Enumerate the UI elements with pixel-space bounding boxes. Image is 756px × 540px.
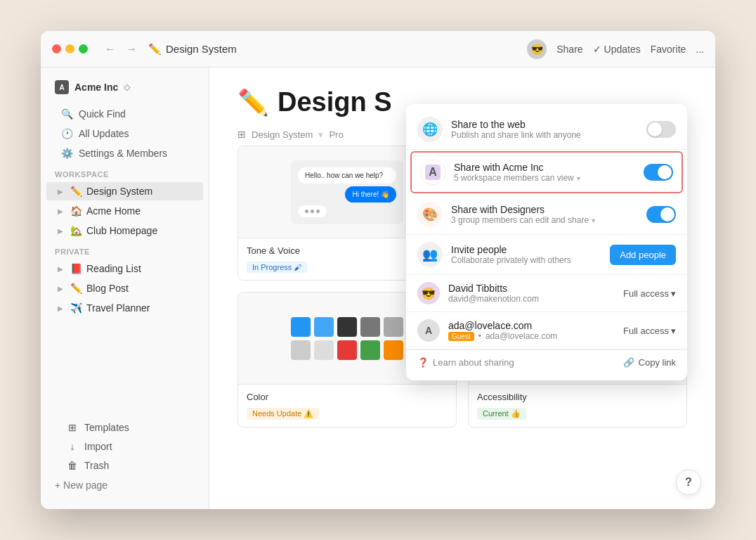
card-name-a11y: Accessibility bbox=[477, 392, 678, 402]
user-name-david: David Tibbitts bbox=[448, 283, 615, 294]
sidebar-item-club-homepage[interactable]: ▶ 🏡 Club Homepage bbox=[46, 221, 203, 240]
app-window: ← → ✏️ Design System 😎 Share ✓ Updates F… bbox=[41, 31, 715, 509]
more-options-button[interactable]: ... bbox=[696, 44, 704, 55]
toggle-web-knob bbox=[648, 122, 662, 136]
color-swatches bbox=[280, 307, 414, 371]
user-info-ada: ada@lovelace.com Guest • ada@lovelace.co… bbox=[448, 320, 615, 341]
toggle-designers[interactable] bbox=[646, 206, 676, 223]
page-emoji: ✏️ bbox=[237, 88, 269, 117]
dot2 bbox=[311, 210, 314, 213]
globe-icon: 🌐 bbox=[422, 122, 438, 137]
user-info-david: David Tibbitts david@makenotion.com bbox=[448, 283, 615, 304]
tree-arrow-icon: ▶ bbox=[58, 207, 66, 215]
sidebar-item-allupdates[interactable]: 🕐 All Updates bbox=[46, 124, 203, 143]
private-section-label: PRIVATE bbox=[41, 240, 209, 259]
sidebar-item-acme-home[interactable]: ▶ 🏠 Acme Home bbox=[46, 202, 203, 220]
updates-button[interactable]: ✓ Updates bbox=[593, 44, 641, 55]
card-badge-tone: In Progress 🖌 bbox=[247, 262, 307, 273]
people-icon: 👥 bbox=[422, 247, 438, 262]
user-email-david: david@makenotion.com bbox=[448, 294, 615, 304]
swatch-gray3 bbox=[291, 340, 311, 360]
swatch-blue2 bbox=[314, 317, 334, 337]
learn-about-sharing-link[interactable]: ❓ Learn about sharing bbox=[417, 357, 514, 368]
sidebar-item-blog-post[interactable]: ▶ ✏️ Blog Post bbox=[46, 279, 203, 297]
swatch-green bbox=[360, 340, 380, 360]
sidebar-item-trash[interactable]: 🗑 Trash bbox=[52, 456, 197, 475]
clock-icon: 🕐 bbox=[60, 128, 73, 139]
chevron-down-icon: ▾ bbox=[671, 326, 676, 336]
chevron-down-icon: ▾ bbox=[577, 174, 580, 182]
close-button[interactable] bbox=[52, 44, 61, 53]
help-button[interactable]: ? bbox=[676, 470, 701, 495]
share-designers-title: Share with Designers bbox=[451, 204, 638, 215]
share-acme-subtitle: 5 workspace members can view ▾ bbox=[454, 173, 635, 183]
card-badge-a11y: Current 👍 bbox=[477, 408, 526, 420]
sidebar-acme-home-label: Acme Home bbox=[86, 205, 141, 217]
share-button[interactable]: Share bbox=[556, 44, 582, 55]
share-acme-title: Share with Acme Inc bbox=[454, 162, 635, 173]
sidebar-item-import[interactable]: ↓ Import bbox=[52, 437, 197, 456]
tree-arrow-icon: ▶ bbox=[58, 265, 66, 273]
card-info-a11y: Accessibility Current 👍 bbox=[469, 384, 686, 427]
new-page-button[interactable]: + New page bbox=[46, 475, 203, 495]
workspace-section-label: WORKSPACE bbox=[41, 163, 209, 181]
page-icon-title: ✏️ Design System bbox=[148, 43, 519, 56]
toggle-web[interactable] bbox=[646, 121, 676, 138]
chat-typing-indicator bbox=[298, 205, 327, 217]
sidebar-item-settings[interactable]: ⚙️ Settings & Members bbox=[46, 144, 203, 162]
copy-link-button[interactable]: 🔗 Copy link bbox=[623, 357, 676, 368]
access-select-ada[interactable]: Full access ▾ bbox=[623, 326, 676, 336]
toggle-designers-knob bbox=[660, 207, 674, 221]
workspace-name[interactable]: A Acme Inc ◇ bbox=[49, 76, 200, 98]
breadcrumb-text[interactable]: Design System bbox=[252, 129, 313, 140]
sidebar-club-homepage-label: Club Homepage bbox=[86, 225, 157, 236]
designers-icon-wrap: 🎨 bbox=[417, 202, 443, 227]
toggle-acme-knob bbox=[658, 165, 672, 179]
link-icon: 🔗 bbox=[623, 357, 634, 368]
swatch-orange bbox=[384, 340, 403, 360]
avatar-david: 😎 bbox=[417, 282, 440, 304]
sidebar-settings-label: Settings & Members bbox=[79, 148, 167, 159]
sidebar-item-templates[interactable]: ⊞ Templates bbox=[52, 418, 197, 437]
toggle-acme[interactable] bbox=[644, 164, 673, 181]
forward-button[interactable]: → bbox=[123, 40, 140, 58]
guest-badge: Guest bbox=[448, 332, 474, 341]
tree-arrow-icon: ▶ bbox=[58, 304, 66, 312]
sidebar-item-quickfind[interactable]: 🔍 Quick Find bbox=[46, 105, 203, 123]
favorite-button[interactable]: Favorite bbox=[651, 44, 686, 55]
sidebar-item-travel-planner[interactable]: ▶ ✈️ Travel Planner bbox=[46, 299, 203, 317]
sidebar-item-design-system[interactable]: ▶ ✏️ Design System bbox=[46, 182, 203, 200]
access-select-david[interactable]: Full access ▾ bbox=[623, 288, 676, 299]
acme-icon-wrap: A bbox=[420, 160, 445, 185]
share-text-acme: Share with Acme Inc 5 workspace members … bbox=[454, 162, 635, 183]
swatch-red bbox=[337, 340, 357, 360]
sidebar-bottom: ⊞ Templates ↓ Import 🗑 Trash + New page bbox=[41, 412, 209, 501]
sidebar-item-reading-list[interactable]: ▶ 📕 Reading List bbox=[46, 259, 203, 278]
sidebar-item-icon: 📕 bbox=[70, 263, 82, 274]
share-designers-subtitle: 3 group members can edit and share ▾ bbox=[451, 215, 638, 225]
palette-icon: 🎨 bbox=[422, 207, 438, 222]
share-row-acme: A Share with Acme Inc 5 workspace member… bbox=[410, 151, 683, 193]
minimize-button[interactable] bbox=[65, 44, 74, 53]
back-button[interactable]: ← bbox=[102, 40, 119, 58]
workspace-chevron: ◇ bbox=[124, 82, 130, 92]
nav-buttons: ← → bbox=[102, 40, 140, 58]
share-popup: 🌐 Share to the web Publish and share lin… bbox=[406, 104, 687, 380]
sidebar-travel-planner-label: Travel Planner bbox=[86, 302, 150, 314]
tree-arrow-icon: ▶ bbox=[58, 285, 66, 292]
add-people-button[interactable]: Add people bbox=[610, 245, 676, 265]
breadcrumb-sub: Pro bbox=[329, 129, 343, 140]
sidebar: A Acme Inc ◇ 🔍 Quick Find 🕐 All Updates … bbox=[41, 68, 209, 509]
share-row-david: 😎 David Tibbitts david@makenotion.com Fu… bbox=[406, 275, 687, 312]
invite-icon-wrap: 👥 bbox=[417, 242, 443, 267]
maximize-button[interactable] bbox=[79, 44, 88, 53]
question-icon: ❓ bbox=[417, 357, 429, 368]
sidebar-blog-post-label: Blog Post bbox=[86, 283, 129, 294]
dot3 bbox=[316, 210, 320, 213]
templates-label: Templates bbox=[84, 422, 129, 433]
share-row-invite: 👥 Invite people Collaborate privately wi… bbox=[406, 235, 687, 275]
share-row-designers: 🎨 Share with Designers 3 group members c… bbox=[406, 195, 687, 235]
import-icon: ↓ bbox=[66, 441, 79, 452]
avatar[interactable]: 😎 bbox=[527, 39, 547, 59]
main-area: ✏️ Design S ⊞ Design System ▾ Pro Hello.… bbox=[209, 68, 715, 509]
